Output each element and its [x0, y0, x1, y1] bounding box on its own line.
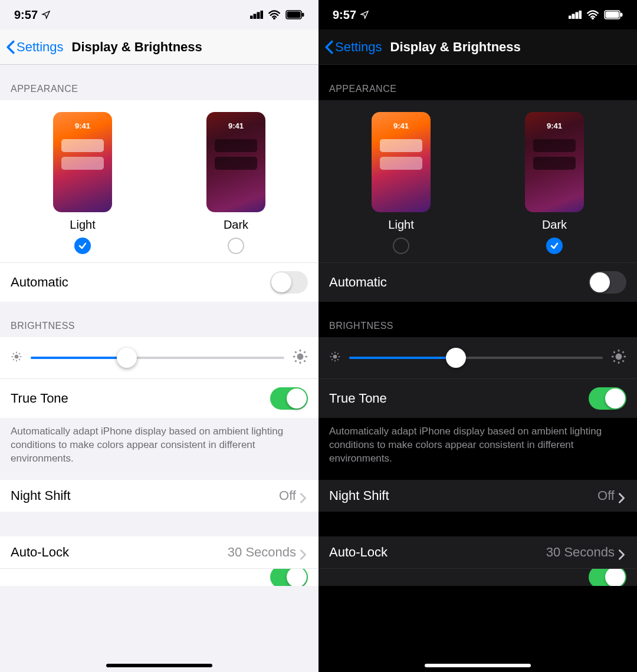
appearance-group: 9:41 Light 9:41 Dark Automatic	[0, 100, 318, 302]
svg-line-48	[613, 351, 615, 353]
brightness-slider-row	[0, 337, 318, 378]
cellular-signal-icon	[250, 11, 263, 19]
appearance-option-dark[interactable]: 9:41 Dark	[206, 112, 265, 254]
light-label: Light	[388, 218, 413, 232]
back-button[interactable]: Settings	[324, 39, 382, 55]
status-right	[569, 10, 623, 19]
next-row-peek	[0, 568, 318, 586]
svg-rect-2	[257, 12, 260, 19]
automatic-toggle[interactable]	[270, 271, 308, 294]
home-indicator[interactable]	[106, 664, 212, 667]
pane-light-mode: 9:57 Settings Display & Brightness APPEA…	[0, 0, 318, 672]
appearance-option-light[interactable]: 9:41 Light	[53, 112, 112, 254]
brightness-low-icon	[11, 351, 22, 365]
svg-line-42	[337, 353, 339, 354]
autolock-value: 30 Seconds	[546, 545, 615, 560]
dark-radio[interactable]	[228, 238, 244, 254]
nightshift-group: Night Shift Off	[0, 480, 318, 512]
status-time-text: 9:57	[333, 8, 356, 22]
svg-rect-1	[254, 14, 256, 19]
brightness-slider-knob[interactable]	[446, 348, 466, 368]
chevron-right-icon	[618, 492, 626, 500]
svg-line-25	[304, 351, 306, 353]
dark-label: Dark	[224, 218, 248, 232]
automatic-toggle[interactable]	[589, 271, 626, 294]
svg-rect-28	[576, 12, 578, 19]
truetone-label: True Tone	[329, 391, 387, 406]
svg-line-22	[295, 351, 296, 353]
brightness-slider-knob[interactable]	[117, 348, 137, 368]
brightness-group: True Tone	[318, 337, 637, 418]
light-label: Light	[70, 218, 95, 232]
dark-thumbnail: 9:41	[206, 112, 265, 212]
truetone-toggle[interactable]	[589, 387, 626, 410]
svg-rect-32	[606, 12, 619, 18]
nightshift-group: Night Shift Off	[318, 480, 637, 512]
truetone-note: Automatically adapt iPhone display based…	[0, 418, 318, 480]
light-thumbnail: 9:41	[372, 112, 431, 212]
autolock-value: 30 Seconds	[228, 545, 296, 560]
chevron-right-icon	[300, 548, 308, 556]
nightshift-row[interactable]: Night Shift Off	[318, 480, 637, 512]
autolock-label: Auto-Lock	[11, 545, 69, 560]
brightness-slider-row	[318, 337, 637, 378]
truetone-row: True Tone	[0, 378, 318, 418]
dark-radio-selected[interactable]	[546, 238, 563, 254]
autolock-label: Auto-Lock	[329, 545, 388, 560]
cellular-signal-icon	[569, 11, 582, 19]
autolock-row[interactable]: Auto-Lock 30 Seconds	[318, 536, 637, 568]
autolock-group: Auto-Lock 30 Seconds	[318, 536, 637, 586]
svg-rect-6	[287, 12, 300, 18]
appearance-header: APPEARANCE	[318, 65, 637, 100]
nightshift-value: Off	[279, 488, 296, 503]
next-row-peek	[318, 568, 637, 586]
location-icon	[360, 10, 369, 19]
status-right	[250, 10, 304, 19]
brightness-slider[interactable]	[349, 357, 603, 359]
brightness-slider[interactable]	[31, 357, 284, 359]
svg-rect-29	[579, 11, 582, 19]
battery-icon	[604, 10, 623, 19]
svg-rect-3	[261, 11, 263, 19]
peek-toggle[interactable]	[270, 568, 308, 586]
svg-point-30	[592, 18, 593, 19]
wifi-icon	[268, 10, 281, 19]
svg-rect-33	[620, 13, 622, 17]
automatic-row: Automatic	[318, 262, 637, 302]
svg-line-14	[19, 359, 20, 360]
dark-label: Dark	[542, 218, 567, 232]
location-icon	[41, 10, 51, 19]
light-radio[interactable]	[393, 238, 409, 254]
svg-line-51	[623, 351, 624, 353]
appearance-option-light[interactable]: 9:41 Light	[372, 112, 431, 254]
wifi-icon	[586, 10, 599, 19]
brightness-header: BRIGHTNESS	[0, 302, 318, 337]
nightshift-row[interactable]: Night Shift Off	[0, 480, 318, 512]
brightness-high-icon	[293, 349, 308, 367]
truetone-note: Automatically adapt iPhone display based…	[318, 418, 637, 480]
appearance-options: 9:41 Light 9:41 Dark	[0, 100, 318, 262]
svg-point-4	[273, 18, 275, 19]
brightness-header: BRIGHTNESS	[318, 302, 637, 337]
nightshift-label: Night Shift	[329, 488, 389, 503]
status-bar: 9:57	[318, 0, 637, 29]
home-indicator[interactable]	[425, 664, 531, 667]
automatic-label: Automatic	[11, 275, 68, 290]
svg-rect-26	[569, 16, 571, 19]
appearance-option-dark[interactable]: 9:41 Dark	[525, 112, 584, 254]
light-thumbnail: 9:41	[53, 112, 112, 212]
back-button[interactable]: Settings	[6, 39, 64, 55]
status-time: 9:57	[14, 8, 51, 22]
svg-point-17	[297, 354, 304, 360]
truetone-toggle[interactable]	[270, 387, 308, 410]
svg-line-41	[331, 359, 333, 360]
nav-bar: Settings Display & Brightness	[0, 29, 318, 65]
dark-thumbnail: 9:41	[525, 112, 584, 212]
svg-line-16	[19, 353, 20, 354]
svg-rect-0	[250, 16, 252, 19]
peek-toggle[interactable]	[589, 568, 626, 586]
light-radio-selected[interactable]	[74, 238, 91, 254]
brightness-high-icon	[611, 349, 626, 367]
autolock-row[interactable]: Auto-Lock 30 Seconds	[0, 536, 318, 568]
nightshift-label: Night Shift	[11, 488, 71, 503]
